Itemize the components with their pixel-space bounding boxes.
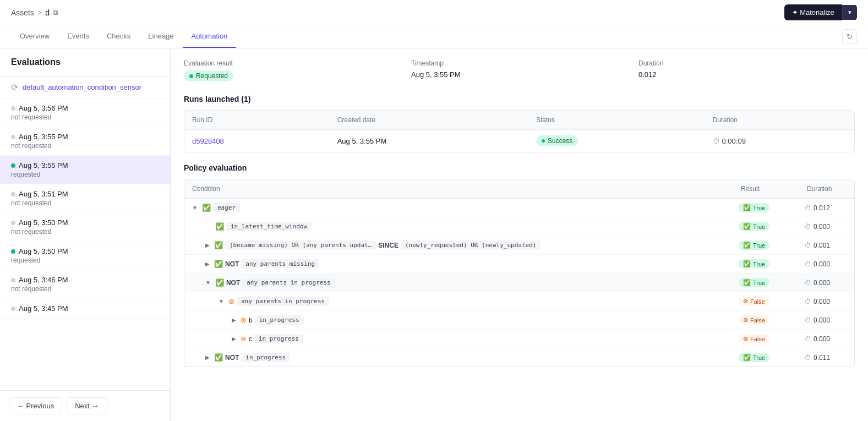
col-condition: Condition [184,179,733,199]
eval-list-item[interactable]: Aug 5, 3:51 PM not requested [0,184,170,213]
materialize-main-btn[interactable]: ✦ Materialize [784,4,842,20]
eval-list-item[interactable]: Aug 5, 3:45 PM [0,299,170,320]
expand-btn[interactable]: ▶ [203,353,212,362]
condition-pill: (became missing) OR (any parents updat… [225,240,376,250]
eval-list-item[interactable]: Aug 5, 3:56 PM not requested [0,99,170,127]
tab-lineage[interactable]: Lineage [139,25,182,48]
expand-btn[interactable]: ▼ [203,278,213,287]
eval-item-status: requested [11,171,159,178]
result-true-badge: ✅True [739,203,769,212]
eval-dot [11,192,15,196]
materialize-btn-group: ✦ Materialize ▾ [784,4,857,20]
prev-button[interactable]: ← Previous [9,397,62,414]
col-created-date: Created date [330,111,528,130]
expand-btn[interactable]: ▼ [190,204,200,212]
tab-automation[interactable]: Automation [183,25,237,48]
eval-list-item[interactable]: Aug 5, 3:55 PM not requested [0,127,170,156]
result-false-badge: ⊗False [739,315,769,325]
col-run-id: Run ID [184,111,330,130]
runs-table-header: Run ID Created date Status Duration [184,111,854,130]
result-true-badge: ✅True [739,278,769,287]
table-row: ▶⊗cin_progress ⊗False ⏱0.000 [184,330,854,348]
duration-value: 0.012 [638,70,855,79]
refresh-button[interactable]: ↻ [842,29,857,44]
result-label: Evaluation result [184,59,400,67]
eval-list-item[interactable]: Aug 5, 3:55 PM requested [0,156,170,184]
eval-item-status: not requested [11,285,159,293]
result-cell: ⊗False [733,292,799,311]
status-dot [542,139,545,143]
not-keyword: NOT [226,279,240,287]
condition-cell: ▶⊗bin_progress [184,311,733,330]
status-badge: Success [536,135,578,146]
check-circle-icon: ✅ [743,279,751,286]
run-id-link[interactable]: d5928408 [192,137,224,145]
sensor-item[interactable]: ⟳ default_automation_condition_sensor [0,76,170,99]
tab-checks[interactable]: Checks [98,25,139,48]
col-policy-duration: Duration [799,179,854,199]
created-date-cell: Aug 5, 3:55 PM [330,130,528,152]
clock-icon: ⏱ [805,260,811,268]
clock-icon: ⏱ [805,354,811,362]
tab-overview[interactable]: Overview [11,25,58,48]
result-field: Evaluation result Requested [184,59,400,81]
next-button[interactable]: Next → [67,397,107,414]
table-row: ▶⊗bin_progress ⊗False ⏱0.000 [184,311,854,330]
sidebar: Evaluations ⟳ default_automation_conditi… [0,48,171,421]
eval-dot [11,163,15,168]
eval-list: Aug 5, 3:56 PM not requested Aug 5, 3:55… [0,99,170,390]
condition-pill: in_latest_time_window [226,222,312,231]
nav-tabs: Overview Events Checks Lineage Automatio… [0,25,868,48]
runs-launched-section: Runs launched (1) Run ID Created date St… [184,95,855,152]
expand-btn[interactable]: ▶ [203,260,212,268]
eval-list-item[interactable]: Aug 5, 3:46 PM not requested [0,270,170,299]
check-circle-icon: ✅ [743,354,751,361]
expand-btn[interactable]: ▼ [216,297,226,305]
main-layout: Evaluations ⟳ default_automation_conditi… [0,48,868,421]
result-value: Requested [184,70,400,81]
clock-icon: ⏱ [805,204,811,212]
tabs-container: Overview Events Checks Lineage Automatio… [11,25,236,48]
check-circle-icon: ✅ [743,242,751,249]
eval-dot [11,135,15,139]
run-id-cell: d5928408 [184,130,330,152]
check-circle-icon: ✅ [743,260,751,267]
condition-pill: any parents missing [241,259,319,269]
eval-dot [11,278,15,282]
condition-pill: any parents in progress [237,297,329,306]
condition-cell: ▶✅(became missing) OR (any parents updat… [184,236,733,255]
expand-btn[interactable]: ▶ [203,241,212,249]
expand-btn[interactable]: ▶ [230,316,238,324]
not-keyword: NOT [225,354,239,362]
content-area: Evaluation result Requested Timestamp Au… [171,48,868,421]
duration-cell: ⏱0:00:09 [705,130,854,152]
result-cell: ⊗False [733,330,799,348]
eval-item-time: Aug 5, 3:50 PM [11,218,159,227]
breadcrumb-sep: > [37,8,42,17]
eval-list-item[interactable]: Aug 5, 3:50 PM requested [0,242,170,270]
materialize-arrow-btn[interactable]: ▾ [842,5,857,20]
duration-field: Duration 0.012 [638,59,855,79]
timestamp-field: Timestamp Aug 5, 3:55 PM [411,59,627,79]
breadcrumb-current: d [45,8,50,17]
breadcrumb-icon-btn[interactable]: ⧉ [53,8,58,17]
expand-btn[interactable]: ▶ [230,335,238,343]
x-icon: ⊗ [241,335,247,343]
runs-launched-title: Runs launched (1) [184,95,855,103]
top-bar: Assets > d ⧉ ✦ Materialize ▾ [0,0,868,25]
condition-letter: b [249,316,253,324]
clock-icon: ⏱ [805,279,811,287]
policy-table-header: Condition Result Duration [184,179,854,199]
check-circle-icon: ✅ [743,204,751,211]
result-true-badge: ✅True [739,353,769,362]
col-status: Status [528,111,705,130]
clock-icon: ⏱ [805,335,811,343]
check-icon: ✅ [215,222,224,231]
table-row: ▶✅NOTin_progress ✅True ⏱0.011 [184,348,854,367]
table-row: ▼✅eager ✅True ⏱0.012 [184,199,854,217]
breadcrumb-assets[interactable]: Assets [11,8,34,17]
tab-events[interactable]: Events [58,25,98,48]
eval-list-item[interactable]: Aug 5, 3:50 PM not requested [0,213,170,242]
result-cell: ✅True [733,217,799,236]
result-cell: ✅True [733,274,799,292]
